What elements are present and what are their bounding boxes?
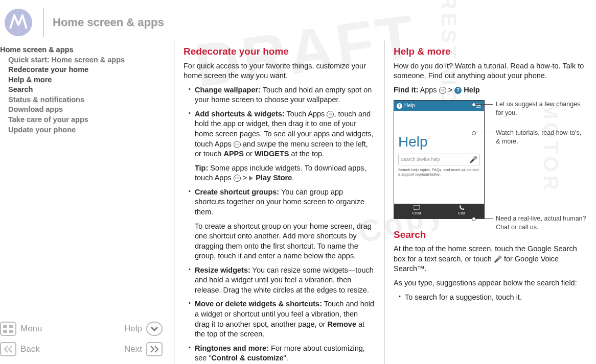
bullet-move-delete: Move or delete widgets & shortcuts: Touc…: [189, 299, 375, 339]
content-help-more: Help & more How do you do it? Watch a tu…: [384, 40, 596, 364]
toc-item-update[interactable]: Update your phone: [0, 125, 174, 135]
phone-help-title: Help: [398, 132, 480, 152]
motorola-logo: [4, 8, 33, 37]
svg-rect-10: [147, 322, 162, 335]
callout-tutorials: Watch tutorials, read how-to's, & more.: [475, 129, 587, 146]
svg-rect-6: [3, 325, 7, 328]
toc-item-quickstart[interactable]: Quick start: Home screen & apps: [0, 55, 174, 65]
mic-icon: 🎤: [494, 255, 502, 263]
apps-icon: ⁞⁞⁞: [327, 111, 334, 118]
chevron-down-icon: [146, 322, 163, 336]
toc-item-help[interactable]: Help & more: [0, 75, 174, 85]
heading-help: Help & more: [394, 45, 587, 58]
search-para-2: As you type, suggestions appear below th…: [394, 278, 587, 288]
next-button[interactable]: Next: [87, 341, 174, 358]
toc-item-download[interactable]: Download apps: [0, 105, 174, 115]
help-label: Help: [124, 324, 142, 334]
svg-rect-8: [3, 330, 7, 333]
help-button[interactable]: Help: [87, 320, 174, 337]
phone-topbar-label: Help: [404, 102, 415, 109]
search-para-1: At the top of the home screen, touch the…: [394, 244, 587, 274]
apps-icon: ⁞⁞⁞: [234, 175, 241, 182]
phone-mockup: ? Help Help Search device help 🎤 Search …: [394, 100, 485, 219]
mic-icon: 🎤: [469, 155, 477, 164]
callout-human: Need a real-live, actual human? Chat or …: [475, 214, 587, 232]
next-label: Next: [124, 344, 142, 354]
phone-chat-button: Chat: [394, 204, 439, 219]
bullet-shortcuts: Add shortcuts & widgets: Touch Apps ⁞⁞⁞,…: [189, 109, 375, 183]
menu-button[interactable]: Menu: [0, 320, 87, 337]
find-it: Find it: Apps ⁞⁞⁞ > ? Help: [394, 85, 587, 95]
bullet-resize: Resize widgets: You can resize some widg…: [189, 265, 375, 296]
play-store-icon: [249, 176, 254, 181]
callout-suggest: Let us suggest a few changes for you.: [475, 100, 587, 117]
back-label: Back: [20, 344, 40, 354]
menu-label: Menu: [20, 324, 42, 334]
svg-rect-7: [9, 325, 13, 328]
help-icon: ?: [397, 103, 402, 109]
toc-item-search[interactable]: Search: [0, 85, 174, 95]
back-button[interactable]: Back: [0, 341, 87, 358]
intro-redecorate: For quick access to your favorite things…: [184, 61, 375, 81]
double-chevron-left-icon: [0, 342, 16, 356]
toc-section-title[interactable]: Home screen & apps: [0, 45, 174, 55]
page-title: Home screen & apps: [53, 16, 164, 29]
search-bullet-1: To search for a suggestion, touch it.: [399, 293, 587, 303]
bullet-ringtones: Ringtones and more: For more about custo…: [189, 344, 375, 363]
content-redecorate: Redecorate your home For quick access to…: [174, 40, 384, 364]
menu-icon: [0, 322, 16, 336]
bullet-groups: Create shortcut groups: You can group ap…: [189, 187, 375, 261]
phone-search-input: Search device help 🎤: [398, 154, 480, 166]
svg-rect-9: [9, 330, 13, 333]
apps-icon: ⁞⁞⁞: [234, 141, 241, 148]
intro-help: How do you do it? Watch a tutorial. Read…: [394, 61, 587, 81]
toc-item-status[interactable]: Status & notifications: [0, 95, 174, 105]
svg-rect-4: [414, 205, 420, 209]
heading-redecorate: Redecorate your home: [184, 45, 375, 58]
toc-item-redecorate[interactable]: Redecorate your home: [0, 65, 174, 75]
phone-hint: Search help topics, FAQs, and more–or co…: [398, 167, 480, 177]
apps-icon: ⁞⁞⁞: [439, 87, 446, 94]
help-icon: ?: [454, 87, 462, 94]
bullet-wallpaper: Change wallpaper: Touch and hold an empt…: [189, 85, 375, 105]
svg-rect-5: [1, 322, 16, 335]
sidebar-toc: Home screen & apps Quick start: Home scr…: [0, 40, 174, 364]
double-chevron-right-icon: [146, 342, 163, 356]
toc-item-takecare[interactable]: Take care of your apps: [0, 115, 174, 125]
